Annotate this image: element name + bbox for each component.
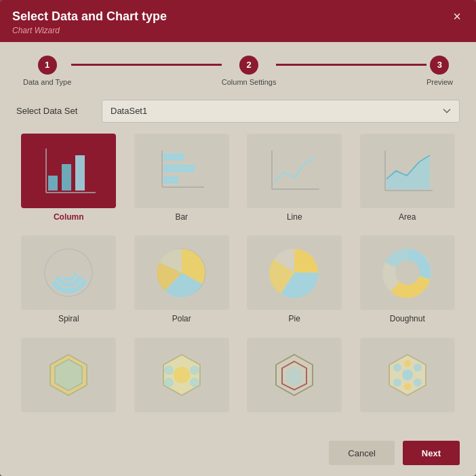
svg-point-29 [164, 378, 174, 387]
step-line-2 [276, 64, 426, 66]
svg-point-18 [62, 266, 75, 279]
chart-label-line: Line [287, 212, 302, 222]
svg-point-41 [404, 383, 411, 390]
dialog-subtitle: Chart Wizard [12, 26, 167, 35]
step-3-label: Preview [427, 78, 453, 86]
chart-label-pie: Pie [289, 314, 300, 323]
cancel-button[interactable]: Cancel [329, 441, 394, 465]
chart-item-hex3[interactable] [242, 338, 347, 422]
content-area: 1 Data and Type 2 Column Settings 3 Prev… [0, 42, 476, 433]
chart-item-hex2[interactable] [130, 338, 235, 422]
chart-item-spiral[interactable]: Spiral [16, 235, 121, 329]
step-3-circle: 3 [430, 56, 449, 75]
chart-label-polar: Polar [172, 314, 191, 323]
svg-rect-7 [163, 176, 178, 184]
chart-label-column: Column [54, 212, 84, 222]
svg-marker-24 [55, 359, 82, 391]
chart-thumb-hex1 [21, 338, 116, 412]
chart-thumb-hex3 [247, 338, 342, 412]
chart-thumb-bar [134, 134, 229, 208]
dataset-select[interactable]: DataSet1 [102, 100, 460, 123]
chart-item-column[interactable]: Column [16, 134, 121, 227]
footer: Cancel Next [0, 433, 476, 476]
svg-point-40 [404, 360, 411, 367]
step-1-group: 1 Data and Type [23, 56, 71, 86]
chart-wizard-dialog: Select Data and Chart type Chart Wizard … [0, 0, 476, 476]
step-3-group: 3 Preview [427, 56, 453, 86]
chart-item-area[interactable]: Area [355, 134, 460, 227]
chart-label-area: Area [399, 212, 416, 222]
svg-point-27 [164, 365, 174, 375]
svg-point-36 [393, 363, 401, 372]
svg-point-37 [414, 363, 422, 372]
svg-point-30 [190, 378, 199, 387]
chart-grid: Column Bar [16, 134, 460, 422]
dialog-title: Select Data and Chart type [12, 9, 167, 24]
chart-thumb-pie [247, 235, 342, 310]
close-button[interactable]: × [450, 9, 464, 23]
chart-item-polar[interactable]: Polar [130, 235, 235, 329]
chart-thumb-doughnut [360, 235, 455, 310]
step-line-1 [71, 64, 221, 66]
step-1-label: Data and Type [23, 78, 71, 86]
dataset-row: Select Data Set DataSet1 [16, 100, 460, 123]
chart-thumb-polar [134, 235, 229, 310]
chart-label-spiral: Spiral [58, 314, 79, 323]
step-2-label: Column Settings [222, 78, 277, 86]
chart-item-bar[interactable]: Bar [130, 134, 235, 227]
chart-thumb-spiral [21, 235, 116, 310]
chart-label-doughnut: Doughnut [390, 314, 425, 323]
step-1-circle: 1 [38, 56, 57, 75]
title-bar-left: Select Data and Chart type Chart Wizard [12, 9, 167, 35]
step-2-group: 2 Column Settings [222, 56, 277, 86]
svg-marker-12 [386, 155, 430, 189]
chart-item-doughnut[interactable]: Doughnut [355, 235, 460, 329]
svg-point-35 [402, 370, 413, 380]
svg-rect-0 [48, 176, 58, 191]
svg-point-17 [56, 260, 81, 285]
svg-point-38 [393, 378, 401, 386]
stepper: 1 Data and Type 2 Column Settings 3 Prev… [16, 56, 460, 86]
chart-thumb-hex4 [360, 338, 455, 412]
svg-point-26 [174, 367, 190, 383]
svg-rect-6 [163, 165, 195, 172]
title-bar: Select Data and Chart type Chart Wizard … [0, 0, 476, 42]
chart-item-line[interactable]: Line [242, 134, 347, 227]
chart-label-bar: Bar [175, 212, 188, 222]
chart-thumb-area [360, 134, 455, 208]
chart-thumb-hex2 [134, 338, 229, 412]
chart-item-hex1[interactable] [16, 338, 121, 422]
chart-thumb-column [21, 134, 116, 208]
chart-item-pie[interactable]: Pie [242, 235, 347, 329]
svg-point-28 [190, 365, 199, 375]
next-button[interactable]: Next [403, 441, 460, 465]
svg-rect-2 [75, 155, 85, 191]
svg-point-39 [414, 378, 422, 386]
svg-point-22 [395, 260, 420, 285]
dataset-label: Select Data Set [16, 106, 91, 116]
chart-thumb-line [247, 134, 342, 208]
svg-rect-1 [62, 164, 71, 191]
step-2-circle: 2 [239, 56, 258, 75]
chart-item-hex4[interactable] [355, 338, 460, 422]
svg-rect-5 [163, 153, 184, 161]
